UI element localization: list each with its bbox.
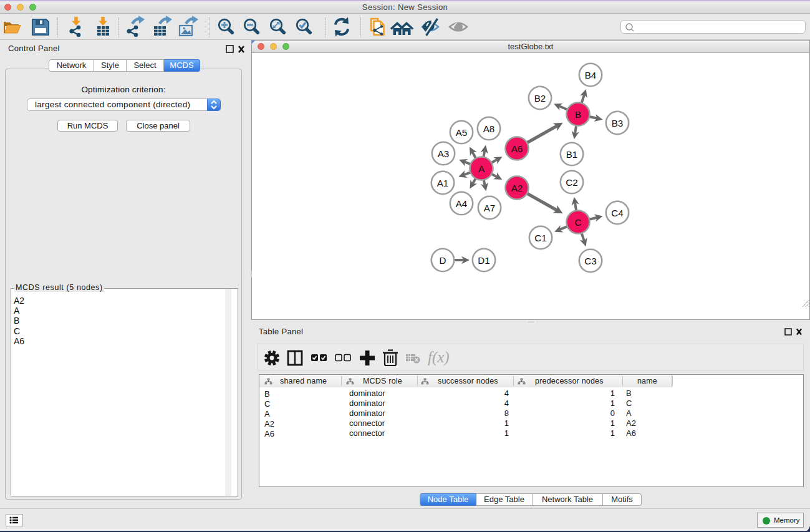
svg-text:A7: A7 — [484, 203, 496, 213]
svg-text:A2: A2 — [511, 183, 523, 193]
svg-text:B3: B3 — [612, 118, 624, 128]
svg-text:A6: A6 — [511, 143, 523, 154]
svg-text:D1: D1 — [478, 255, 489, 266]
svg-text:B4: B4 — [585, 70, 597, 80]
svg-text:C4: C4 — [611, 208, 623, 218]
svg-text:A8: A8 — [483, 123, 495, 134]
svg-text:B: B — [575, 109, 581, 120]
svg-text:C3: C3 — [584, 256, 596, 266]
svg-text:A1: A1 — [437, 178, 449, 188]
svg-text:B2: B2 — [534, 93, 546, 104]
svg-text:A5: A5 — [456, 127, 468, 138]
svg-text:C: C — [575, 217, 582, 228]
svg-text:D: D — [440, 255, 446, 266]
svg-text:A: A — [478, 163, 485, 174]
svg-text:A4: A4 — [456, 198, 468, 209]
svg-text:A3: A3 — [438, 148, 450, 159]
svg-text:f(x): f(x) — [428, 349, 450, 366]
svg-text:C2: C2 — [566, 177, 577, 188]
svg-text:B1: B1 — [566, 149, 578, 160]
svg-text:C1: C1 — [534, 233, 546, 243]
